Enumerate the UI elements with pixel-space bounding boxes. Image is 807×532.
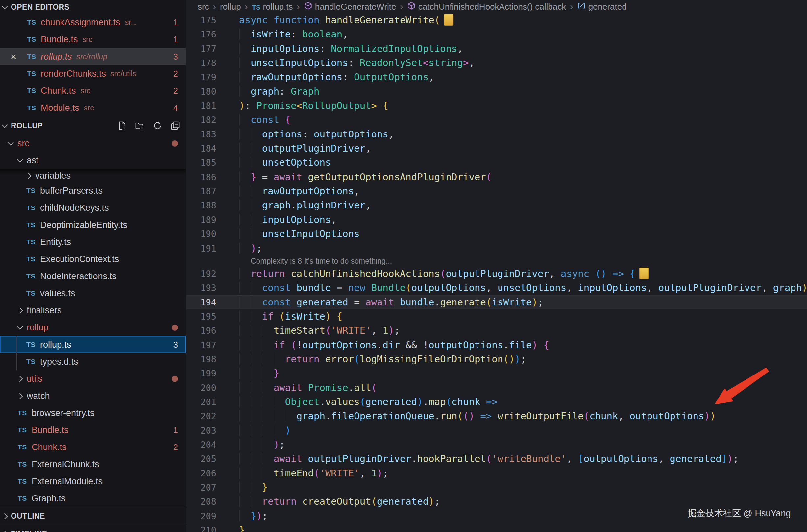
breadcrumb-item-src[interactable]: src [198, 2, 209, 12]
line-number[interactable]: 179 [186, 70, 239, 84]
line-number[interactable]: 181 [186, 99, 239, 113]
line-number[interactable]: 197 [186, 338, 239, 352]
open-editor-item-renderChunks.ts[interactable]: TSrenderChunks.tssrc/utils2 [0, 65, 186, 82]
open-editor-item-chunkAssignment.ts[interactable]: TSchunkAssignment.tssr...1 [0, 14, 186, 31]
line-number[interactable]: 178 [186, 56, 239, 70]
code-line-182[interactable]: 182 const { [186, 113, 807, 127]
code-line-206[interactable]: 206 timeEnd('WRITE', 1); [186, 466, 807, 480]
complexity-marker-icon[interactable] [639, 268, 649, 279]
line-number[interactable]: 186 [186, 170, 239, 184]
code-line-197[interactable]: 197 if (!outputOptions.dir && !outputOpt… [186, 338, 807, 352]
breadcrumb-item-catchUnfinishedHookActions() callback[interactable]: catchUnfinishedHookActions() callback [407, 1, 566, 12]
code-line-186[interactable]: 186 } = await getOutputOptionsAndPluginD… [186, 170, 807, 184]
tree-item-ast[interactable]: ast [0, 152, 186, 169]
line-number[interactable]: 176 [186, 27, 239, 41]
code-line-175[interactable]: 175async function handleGenerateWrite( [186, 13, 807, 27]
code-line-181[interactable]: 181): Promise<RollupOutput> { [186, 99, 807, 113]
tree-item-rollup[interactable]: rollup [0, 319, 186, 336]
collapse-all-icon[interactable] [171, 121, 180, 130]
tree-item-childNodeKeys.ts[interactable]: TSchildNodeKeys.ts [0, 199, 186, 216]
refresh-icon[interactable] [153, 121, 162, 130]
line-number[interactable]: 202 [186, 409, 239, 423]
code-line-207[interactable]: 207 } [186, 480, 807, 495]
tree-item-ExecutionContext.ts[interactable]: TSExecutionContext.ts [0, 250, 186, 268]
code-line-210[interactable]: 210} [186, 523, 807, 532]
line-number[interactable]: 208 [186, 495, 239, 509]
line-number[interactable]: 187 [186, 184, 239, 198]
open-editor-item-rollup.ts[interactable]: ×TSrollup.tssrc/rollup3 [0, 48, 186, 65]
line-number[interactable]: 207 [186, 480, 239, 495]
code-editor[interactable]: src›rollup›TSrollup.ts›handleGenerateWri… [186, 0, 807, 532]
line-number[interactable]: 198 [186, 352, 239, 366]
breadcrumb-item-generated[interactable]: generated [577, 1, 627, 12]
code-line-190[interactable]: 190 unsetInputOptions [186, 227, 807, 241]
line-number[interactable]: 180 [186, 84, 239, 99]
line-number[interactable]: 206 [186, 466, 239, 480]
tree-item-NodeInteractions.ts[interactable]: TSNodeInteractions.ts [0, 268, 186, 285]
open-editors-header[interactable]: OPEN EDITORS [0, 0, 186, 14]
tree-item-rollup.ts[interactable]: TSrollup.ts3 [0, 336, 186, 353]
line-number[interactable]: 199 [186, 366, 239, 380]
code-line-196[interactable]: 196 timeStart('WRITE', 1); [186, 324, 807, 338]
line-number[interactable]: 193 [186, 281, 239, 295]
line-number[interactable]: 185 [186, 155, 239, 170]
code-area[interactable]: 175async function handleGenerateWrite(17… [186, 13, 807, 532]
code-line-195[interactable]: 195 if (isWrite) { [186, 309, 807, 324]
line-number[interactable]: 184 [186, 141, 239, 155]
code-line-185[interactable]: 185 unsetOptions [186, 155, 807, 170]
line-number[interactable]: 191 [186, 241, 239, 255]
code-line-179[interactable]: 179 rawOutputOptions: OutputOptions, [186, 70, 807, 84]
outline-section-header[interactable]: OUTLINE [0, 507, 186, 525]
code-line-178[interactable]: 178 unsetInputOptions: ReadonlySet<strin… [186, 56, 807, 70]
code-line-177[interactable]: 177 inputOptions: NormalizedInputOptions… [186, 42, 807, 56]
tree-item-Entity.ts[interactable]: TSEntity.ts [0, 233, 186, 250]
open-editor-item-Module.ts[interactable]: TSModule.tssrc4 [0, 99, 186, 116]
line-number[interactable]: 177 [186, 42, 239, 56]
timeline-section-header[interactable]: TIMELINE [0, 525, 186, 532]
tree-item-Chunk.ts[interactable]: TSChunk.ts2 [0, 439, 186, 456]
new-folder-icon[interactable] [135, 121, 144, 130]
explorer-section-header[interactable]: ROLLUP [0, 116, 186, 135]
tree-item-browser-entry.ts[interactable]: TSbrowser-entry.ts [0, 404, 186, 421]
code-line-180[interactable]: 180 graph: Graph [186, 84, 807, 99]
code-line-191[interactable]: 191 ); [186, 241, 807, 255]
code-line-204[interactable]: 204 ); [186, 438, 807, 452]
code-line-184[interactable]: 184 outputPluginDriver, [186, 141, 807, 155]
tree-item-types.d.ts[interactable]: TStypes.d.ts [0, 353, 186, 370]
breadcrumb-item-handleGenerateWrite[interactable]: handleGenerateWrite [304, 1, 396, 12]
line-number[interactable]: 190 [186, 227, 239, 241]
code-line-187[interactable]: 187 rawOutputOptions, [186, 184, 807, 198]
tree-item-Bundle.ts[interactable]: TSBundle.ts1 [0, 421, 186, 439]
tree-item-ExternalChunk.ts[interactable]: TSExternalChunk.ts [0, 456, 186, 473]
line-number[interactable]: 175 [186, 13, 239, 27]
line-number[interactable]: 195 [186, 309, 239, 324]
line-number[interactable]: 192 [186, 267, 239, 281]
new-file-icon[interactable] [117, 121, 127, 130]
line-number[interactable]: 204 [186, 438, 239, 452]
code-line-183[interactable]: 183 options: outputOptions, [186, 127, 807, 141]
tree-item-ExternalModule.ts[interactable]: TSExternalModule.ts [0, 473, 186, 490]
tree-item-finalisers[interactable]: finalisers [0, 302, 186, 319]
tree-item-DeoptimizableEntity.ts[interactable]: TSDeoptimizableEntity.ts [0, 216, 186, 233]
close-icon[interactable]: × [0, 48, 27, 65]
line-number[interactable]: 209 [186, 509, 239, 523]
open-editor-item-Bundle.ts[interactable]: TSBundle.tssrc1 [0, 31, 186, 48]
line-number[interactable]: 210 [186, 523, 239, 532]
tree-item-watch[interactable]: watch [0, 387, 186, 404]
code-line-192[interactable]: 192 return catchUnfinishedHookActions(ou… [186, 267, 807, 281]
code-line-194[interactable]: 194 const generated = await bundle.gener… [186, 295, 807, 309]
code-line-203[interactable]: 203 ) [186, 423, 807, 438]
tree-item-variables[interactable]: variables [0, 169, 186, 182]
tree-item-values.ts[interactable]: TSvalues.ts [0, 285, 186, 302]
line-number[interactable]: 200 [186, 381, 239, 395]
tree-item-bufferParsers.ts[interactable]: TSbufferParsers.ts [0, 182, 186, 199]
breadcrumb-item-rollup[interactable]: rollup [220, 2, 241, 12]
open-editor-item-Chunk.ts[interactable]: TSChunk.tssrc2 [0, 82, 186, 99]
tree-item-src[interactable]: src [0, 135, 186, 152]
line-number[interactable]: 196 [186, 324, 239, 338]
tree-item-utils[interactable]: utils [0, 370, 186, 387]
code-line-198[interactable]: 198 return error(logMissingFileOrDirOpti… [186, 352, 807, 366]
tree-item-Graph.ts[interactable]: TSGraph.ts [0, 490, 186, 507]
line-number[interactable]: 203 [186, 423, 239, 438]
code-line-193[interactable]: 193 const bundle = new Bundle(outputOpti… [186, 281, 807, 295]
